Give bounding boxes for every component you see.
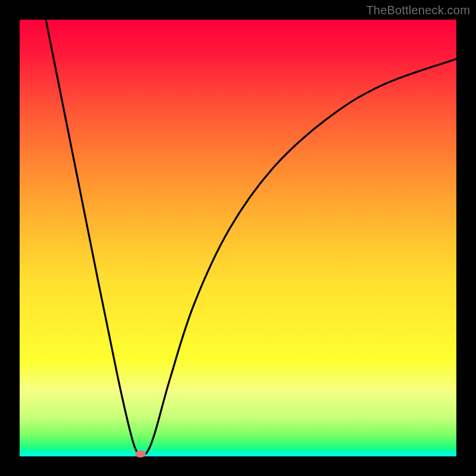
plot-area bbox=[20, 20, 456, 456]
optimum-marker bbox=[135, 450, 146, 458]
watermark-text: TheBottleneck.com bbox=[366, 4, 470, 17]
bottleneck-curve bbox=[20, 20, 456, 456]
